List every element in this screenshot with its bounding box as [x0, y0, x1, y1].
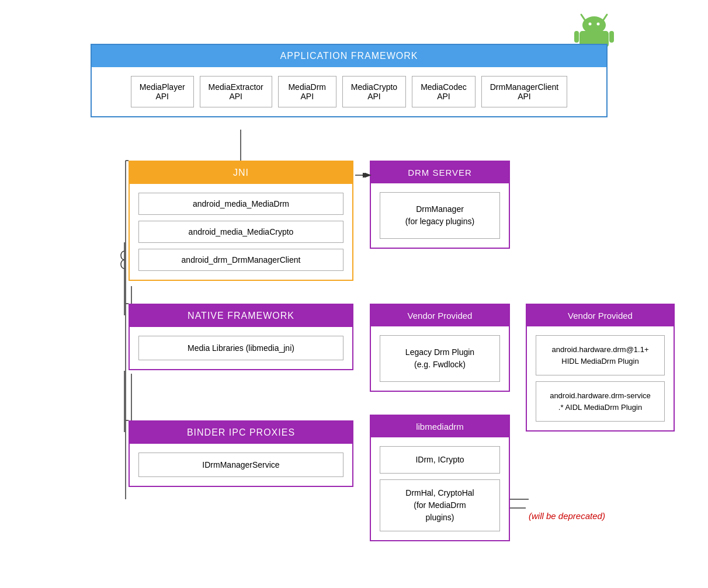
- jni-item-mediacrypto: android_media_MediaCrypto: [138, 221, 343, 243]
- api-box-drmmanagerclient: DrmManagerClient API: [481, 76, 567, 107]
- vendor2-body: android.hardware.drm@1.1+HIDL MediaDrm P…: [527, 326, 674, 430]
- app-framework-box: APPLICATION FRAMEWORK MediaPlayer API Me…: [91, 44, 608, 117]
- jni-item-drmmanagerclient: android_drm_DrmManagerClient: [138, 249, 343, 271]
- drm-server-box: DRM SERVER DrmManager(for legacy plugins…: [370, 161, 510, 249]
- drm-server-item: DrmManager(for legacy plugins): [380, 192, 500, 239]
- deprecated-label: (will be deprecated): [529, 511, 605, 521]
- binder-box: BINDER IPC PROXIES IDrmManagerService: [129, 420, 353, 487]
- jni-item-mediadrm: android_media_MediaDrm: [138, 193, 343, 215]
- binder-item: IDrmManagerService: [138, 453, 343, 477]
- native-framework-box: NATIVE FRAMEWORK Media Libraries (libmed…: [129, 304, 353, 370]
- drm-server-title: DRM SERVER: [371, 162, 509, 183]
- libmediadrm-body: IDrm, ICrypto DrmHal, CryptoHal(for Medi…: [371, 437, 509, 540]
- api-box-mediaplayer: MediaPlayer API: [131, 76, 194, 107]
- vendor2-item-hidl: android.hardware.drm@1.1+HIDL MediaDrm P…: [536, 335, 665, 375]
- native-framework-item: Media Libraries (libmedia_jni): [138, 336, 343, 360]
- vendor1-body: Legacy Drm Plugin(e.g. Fwdlock): [371, 326, 509, 391]
- libmediadrm-box: libmediadrm IDrm, ICrypto DrmHal, Crypto…: [370, 415, 510, 541]
- api-box-mediacrypto: MediaCrypto API: [342, 76, 406, 107]
- svg-point-3: [589, 23, 592, 26]
- jni-body: android_media_MediaDrm android_media_Med…: [130, 184, 352, 280]
- vendor1-item: Legacy Drm Plugin(e.g. Fwdlock): [380, 335, 500, 382]
- vendor2-item-aidl: android.hardware.drm-service.* AIDL Medi…: [536, 381, 665, 422]
- binder-title: BINDER IPC PROXIES: [130, 422, 352, 444]
- vendor1-title: Vendor Provided: [371, 305, 509, 326]
- svg-rect-6: [574, 31, 579, 43]
- api-box-mediadrm: MediaDrm API: [278, 76, 336, 107]
- jni-title: JNI: [130, 162, 352, 184]
- svg-point-4: [597, 23, 600, 26]
- libmediadrm-item-drmhal: DrmHal, CryptoHal(for MediaDrmplugins): [380, 479, 500, 531]
- svg-rect-7: [609, 31, 614, 43]
- native-framework-title: NATIVE FRAMEWORK: [130, 305, 352, 327]
- api-box-mediacodec: MediaCodec API: [412, 76, 476, 107]
- vendor2-box: Vendor Provided android.hardware.drm@1.1…: [526, 304, 675, 432]
- drm-server-body: DrmManager(for legacy plugins): [371, 183, 509, 248]
- vendor2-title: Vendor Provided: [527, 305, 674, 326]
- jni-box: JNI android_media_MediaDrm android_media…: [129, 161, 353, 281]
- vendor1-box: Vendor Provided Legacy Drm Plugin(e.g. F…: [370, 304, 510, 392]
- libmediadrm-item-idrm: IDrm, ICrypto: [380, 446, 500, 474]
- binder-body: IDrmManagerService: [130, 444, 352, 486]
- app-framework-body: MediaPlayer API MediaExtractor API Media…: [92, 67, 606, 116]
- app-framework-title: APPLICATION FRAMEWORK: [92, 45, 606, 67]
- libmediadrm-title: libmediadrm: [371, 416, 509, 437]
- api-box-mediaextractor: MediaExtractor API: [200, 76, 272, 107]
- native-framework-body: Media Libraries (libmedia_jni): [130, 327, 352, 369]
